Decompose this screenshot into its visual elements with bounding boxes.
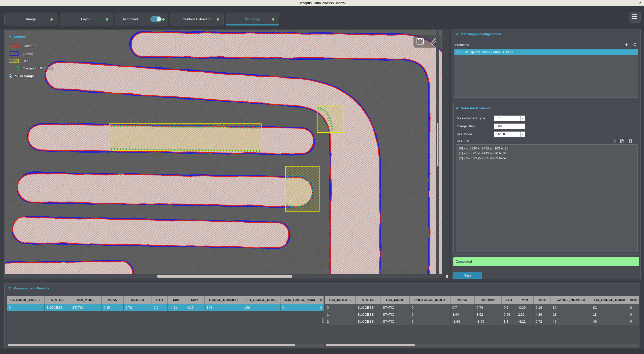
cell: SUCCESS <box>45 304 70 311</box>
delete-roi-icon[interactable] <box>628 138 633 143</box>
cell: 146 <box>205 304 242 311</box>
cell: ALID_GAUGE_NUM <box>281 296 318 304</box>
protocols-list[interactable]: [0] - EPE gauge_step=2.0nm STATIC <box>454 49 638 98</box>
tab-contour-extraction[interactable]: Contour Extraction <box>171 13 224 25</box>
radio-selected-icon[interactable] <box>9 74 12 78</box>
legend-item-layout[interactable]: Layout <box>9 50 53 57</box>
protocol-results-table: ROTOCOL_INDESTATUSROI_MODEMEANMEDIANSTDM… <box>7 296 324 348</box>
tab-alignment[interactable]: Alignment <box>115 13 168 25</box>
table-row[interactable]: 0SUCCESSSTATIC0.490.782.5-4.214.26146146… <box>7 304 324 311</box>
cell: STD <box>502 296 516 304</box>
table-row[interactable]: 2SUCCESSSTATIC0-2.68-3.051.3-4.210.72464… <box>325 318 639 325</box>
measurement-results-header[interactable]: Measurement Results <box>8 286 49 290</box>
gauge-step-row: Gauge Step 2.00 <box>457 123 637 129</box>
cell: STATUS <box>356 296 381 304</box>
legend-label: Gauges [SUCCESS] <box>23 66 53 70</box>
add-protocol-icon[interactable]: + <box>624 42 629 47</box>
cell: MEAN <box>102 296 124 304</box>
menu-bar <box>632 18 637 19</box>
roi-mode-select[interactable]: STATIC <box>494 131 525 137</box>
cell: 2 <box>325 318 356 325</box>
cell: 2.5 <box>152 304 168 311</box>
tab-layout[interactable]: Layout <box>60 13 113 25</box>
close-icon[interactable]: × <box>639 1 641 5</box>
scrollbar-thumb[interactable] <box>8 344 295 346</box>
scrollbar-thumb[interactable] <box>326 344 415 346</box>
app-window: Canopus - Mira Process Control × Image L… <box>0 0 644 354</box>
sem-viewer-panel: Legend Contour Layout ROI Gauges [SUCCES… <box>4 29 449 279</box>
sem-image-canvas[interactable]: Legend Contour Layout ROI Gauges [SUCCES… <box>5 30 442 274</box>
header-row[interactable]: ROI_INDEXSTATUSROI_MODEPROTOCOL_INDEXMEA… <box>325 296 639 304</box>
draw-roi-icon[interactable] <box>611 138 616 143</box>
cell: 0 <box>281 304 318 311</box>
run-button[interactable]: Run <box>453 272 482 279</box>
legend-title: Legend <box>9 34 53 39</box>
scrollbar-thumb[interactable] <box>437 123 438 166</box>
viewer-vertical-scrollbar[interactable] <box>436 30 439 274</box>
roi-list-item[interactable]: [2] - x=8533 y=9365 w=39 h=52 <box>457 156 637 161</box>
legend-label: ROI <box>23 59 29 63</box>
legend-item-roi[interactable]: ROI <box>9 57 53 65</box>
table-row[interactable]: 0SUCCESSSTATIC00.70.780.6-0.392.1682820 <box>325 304 639 311</box>
tab-label: Layout <box>81 17 92 21</box>
chevron-down-icon[interactable] <box>9 34 12 39</box>
header-row[interactable]: ROTOCOL_INDESTATUSROI_MODEMEANMEDIANSTDM… <box>7 296 324 304</box>
table-row[interactable]: 1SUCCESSSTATIC03.443.520.462.624.2618180 <box>325 311 639 318</box>
legend: Legend Contour Layout ROI Gauges [SUCCES… <box>9 34 53 78</box>
metrology-config-header[interactable]: Metrology Configuration <box>455 32 501 36</box>
scrollbar-thumb[interactable] <box>157 275 292 278</box>
cell: [1] - x=8565 y=9443 w=30 h=30 <box>457 151 507 156</box>
roi-list-item[interactable]: [1] - x=8565 y=9443 w=30 h=30 <box>457 151 637 156</box>
delete-protocol-icon[interactable] <box>632 42 637 48</box>
table-header-row[interactable]: ROI_INDEXSTATUSROI_MODEPROTOCOL_INDEXMEA… <box>325 296 639 304</box>
fit-view-icon[interactable] <box>416 38 424 45</box>
legend-item-contour[interactable]: Contour <box>9 42 53 50</box>
cell: SUCCESS <box>356 318 381 325</box>
toggle-knob <box>157 17 161 21</box>
dropdown-arrow-icon[interactable] <box>520 132 525 137</box>
gauge-step-input[interactable]: 2.00 <box>494 123 525 129</box>
measurement-results-panel: Measurement Results ROTOCOL_INDESTATUSRO… <box>4 283 640 348</box>
table-header-row[interactable]: ROTOCOL_INDESTATUSROI_MODEMEANMEDIANSTDM… <box>7 296 324 304</box>
alignment-toggle[interactable] <box>150 16 162 22</box>
cell: SUCCESS <box>356 311 381 318</box>
gauge-step-label: Gauge Step <box>457 124 474 128</box>
protocol-item-selected[interactable]: [0] - EPE gauge_step=2.0nm STATIC <box>454 49 638 55</box>
legend-item-gauges[interactable]: Gauges [SUCCESS] <box>9 65 53 72</box>
tab-metrology[interactable]: Metrology <box>226 13 279 25</box>
cell: 0 <box>628 318 639 325</box>
tab-image[interactable]: Image <box>4 13 57 25</box>
metrology-config-panel: Metrology Configuration Protocols + [0] … <box>452 29 641 279</box>
menu-bar <box>632 16 637 17</box>
roi-results-table: ROI_INDEXSTATUSROI_MODEPROTOCOL_INDEXMEA… <box>325 296 639 348</box>
add-roi-grid-icon[interactable] <box>620 138 625 143</box>
scrollbar-corner <box>446 275 448 278</box>
dropdown-arrow-icon[interactable] <box>520 116 525 121</box>
hamburger-menu-icon[interactable]: ▾ <box>629 12 641 23</box>
status-dot-icon <box>217 18 219 21</box>
cell: 2.62 <box>516 311 534 318</box>
table-horizontal-scrollbar[interactable] <box>326 344 639 347</box>
cell: 0.7 <box>451 304 475 311</box>
title-bar: Canopus - Mira Process Control × <box>0 0 644 6</box>
selected-protocol-header[interactable]: Selected Protocol <box>456 106 490 110</box>
sem-image-radio-row[interactable]: SEM Image <box>9 74 53 78</box>
measurement-type-select[interactable]: EPE <box>494 116 525 121</box>
vertical-splitter-handle[interactable] <box>322 317 324 323</box>
horizontal-splitter-handle[interactable] <box>320 280 325 282</box>
cell: 3.44 <box>451 311 475 318</box>
cell: GAUGE_NUMBER <box>551 296 591 304</box>
cell: 146 <box>242 304 281 311</box>
cell: 0.78 <box>124 304 152 311</box>
status-dot-icon <box>162 18 165 21</box>
roi-mode-row: ROI Mode STATIC <box>457 131 637 137</box>
roi-list-item[interactable]: [0] - x=8390 y=9432 w=163 h=26 <box>457 146 637 151</box>
main-toolbar: Image Layout Alignment Contour Extractio… <box>0 6 644 29</box>
sem-image-label: SEM Image <box>15 74 34 78</box>
roi-list[interactable]: [0] - x=8390 y=9432 w=163 h=26[1] - x=85… <box>456 144 638 252</box>
table-horizontal-scrollbar[interactable] <box>7 344 323 347</box>
menu-corner-arrow: ▾ <box>639 20 640 22</box>
cell: 0 <box>325 304 356 311</box>
cell: 0 <box>628 304 639 311</box>
viewer-horizontal-scrollbar[interactable] <box>5 275 442 278</box>
